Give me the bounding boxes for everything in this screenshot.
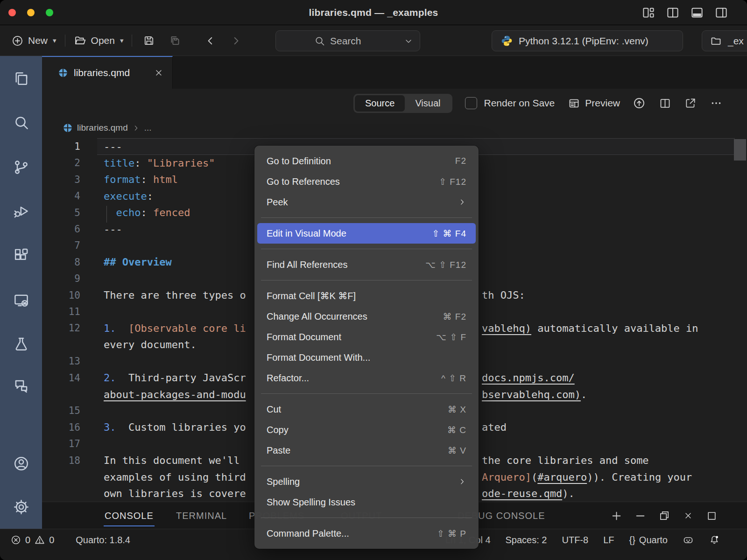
open-button[interactable]: Open ▾	[69, 34, 128, 47]
warning-count: 0	[49, 535, 54, 546]
menu-item-shortcut: ⌘ V	[448, 445, 466, 456]
menu-item-format-document[interactable]: Format Document⌥ ⇧ F	[254, 327, 479, 347]
quarto-version[interactable]: Quarto: 1.8.4	[76, 535, 130, 546]
render-on-save-checkbox[interactable]	[465, 97, 477, 109]
language-mode[interactable]: {} Quarto	[629, 535, 668, 546]
save-all-icon[interactable]	[169, 34, 182, 47]
menu-item-copy[interactable]: Copy⌘ C	[254, 420, 479, 440]
breadcrumb-file[interactable]: libraries.qmd	[77, 123, 128, 133]
menu-item-label: Format Cell [⌘K ⌘F]	[267, 290, 466, 301]
workspace-button[interactable]: _ex	[702, 30, 747, 51]
line-number: 12	[42, 322, 80, 334]
restore-panel-icon[interactable]	[658, 510, 670, 522]
menu-item-peek[interactable]: Peek	[254, 192, 479, 212]
indentation[interactable]: Spaces: 2	[506, 535, 547, 546]
notifications-bell-icon[interactable]	[709, 534, 720, 546]
menu-separator	[261, 393, 472, 394]
back-icon[interactable]	[204, 35, 217, 47]
menu-item-shortcut: F2	[455, 156, 466, 166]
editor-header: Source Visual Render on Save Preview	[42, 89, 747, 118]
interpreter-selector[interactable]: Python 3.12.1 (PipEnv: .venv)	[492, 30, 683, 51]
menu-item-label: Go to References	[267, 176, 439, 187]
problems-status[interactable]: 0 0	[10, 534, 54, 546]
menu-item-go-to-references[interactable]: Go to References⇧ F12	[254, 171, 479, 192]
open-in-new-window-icon[interactable]	[684, 97, 697, 110]
warning-icon	[34, 534, 45, 546]
close-icon[interactable]	[154, 68, 164, 78]
copilot-icon[interactable]	[683, 534, 694, 546]
menu-item-shortcut: ⌥ ⇧ F	[436, 332, 466, 343]
menu-item-command-palette[interactable]: Command Palette...⇧ ⌘ P	[254, 523, 479, 544]
breadcrumb-more[interactable]: ...	[144, 123, 152, 133]
more-actions-icon[interactable]	[710, 97, 723, 110]
new-button-label: New	[28, 35, 48, 46]
new-console-icon[interactable]	[610, 510, 623, 522]
menu-item-change-all-occurrences[interactable]: Change All Occurrences⌘ F2	[254, 306, 479, 327]
menu-item-shortcut: ⇧ ⌘ F4	[432, 228, 466, 239]
scrollbar-thumb[interactable]	[734, 139, 746, 161]
menu-item-cut[interactable]: Cut⌘ X	[254, 399, 479, 420]
line-number: 13	[42, 356, 80, 367]
menu-item-label: Peek	[267, 197, 458, 208]
menu-item-refactor[interactable]: Refactor...^ ⇧ R	[254, 368, 479, 388]
menu-separator	[261, 280, 472, 280]
toggle-panel-icon[interactable]	[690, 6, 704, 20]
line-number: 11	[42, 306, 80, 317]
source-mode-button[interactable]: Source	[355, 95, 405, 112]
menu-item-show-spelling-issues[interactable]: Show Spelling Issues	[254, 492, 479, 512]
encoding[interactable]: UTF-8	[562, 535, 588, 546]
render-on-save-label: Render on Save	[484, 98, 555, 109]
activity-item-search[interactable]	[0, 109, 42, 135]
menu-item-find-all-references[interactable]: Find All References⌥ ⇧ F12	[254, 254, 479, 275]
activity-item-files[interactable]	[0, 65, 42, 91]
split-editor-icon[interactable]	[658, 97, 671, 110]
menu-item-label: Go to Definition	[267, 156, 455, 167]
error-icon	[10, 534, 21, 546]
toggle-right-sidebar-icon[interactable]	[714, 6, 728, 20]
menu-item-paste[interactable]: Paste⌘ V	[254, 440, 479, 461]
menu-item-shortcut: ⇧ F12	[439, 176, 466, 187]
forward-icon[interactable]	[230, 35, 242, 47]
menu-item-shortcut: ⇧ ⌘ P	[437, 528, 466, 539]
chevron-down-icon	[404, 36, 413, 46]
search-box[interactable]: Search	[275, 30, 420, 51]
menu-item-label: Format Document With...	[267, 352, 466, 363]
close-panel-icon[interactable]	[682, 510, 694, 522]
context-menu: Go to DefinitionF2Go to References⇧ F12P…	[254, 146, 479, 549]
visual-mode-button[interactable]: Visual	[405, 95, 451, 112]
folder-icon	[710, 35, 722, 47]
editor-tab[interactable]: libraries.qmd	[42, 56, 173, 89]
breadcrumb[interactable]: libraries.qmd ...	[42, 118, 747, 138]
menu-item-spelling[interactable]: Spelling	[254, 471, 479, 492]
menu-item-shortcut: ⌘ F2	[443, 311, 466, 322]
search-icon	[314, 35, 325, 47]
braces-icon: {}	[629, 535, 635, 546]
menu-item-go-to-definition[interactable]: Go to DefinitionF2	[254, 151, 479, 171]
split-columns-icon[interactable]	[666, 6, 680, 20]
eol[interactable]: LF	[603, 535, 614, 546]
toolbar: New ▾ Open ▾ Search Python 3.12.1 (PipEn…	[0, 26, 747, 56]
preview-button[interactable]: Preview	[567, 97, 620, 110]
menu-item-shortcut: ^ ⇧ R	[441, 373, 466, 384]
maximize-panel-icon[interactable]	[705, 510, 718, 522]
line-number: 2	[42, 157, 80, 168]
line-number: 18	[42, 455, 80, 466]
menu-item-shortcut: ⌥ ⇧ F12	[425, 259, 466, 270]
line-number: 15	[42, 405, 80, 416]
panel-tab-terminal[interactable]: TERMINAL	[176, 502, 227, 529]
search-placeholder: Search	[330, 35, 361, 47]
render-icon[interactable]	[633, 97, 646, 110]
divider	[132, 35, 132, 47]
menu-item-format-document-with[interactable]: Format Document With...	[254, 347, 479, 368]
menu-item-edit-in-visual-mode[interactable]: Edit in Visual Mode⇧ ⌘ F4	[257, 223, 476, 244]
menu-item-label: Edit in Visual Mode	[267, 228, 432, 239]
panel-tab-console[interactable]: CONSOLE	[105, 502, 154, 529]
new-button[interactable]: New ▾	[7, 35, 61, 47]
minimize-panel-icon[interactable]	[634, 510, 647, 522]
menu-separator	[261, 217, 472, 218]
save-icon[interactable]	[142, 34, 155, 47]
customize-layout-icon[interactable]	[641, 6, 655, 20]
menu-item-format-cell-k-f[interactable]: Format Cell [⌘K ⌘F]	[254, 286, 479, 306]
line-number: 16	[42, 422, 80, 433]
menu-separator	[261, 518, 472, 518]
